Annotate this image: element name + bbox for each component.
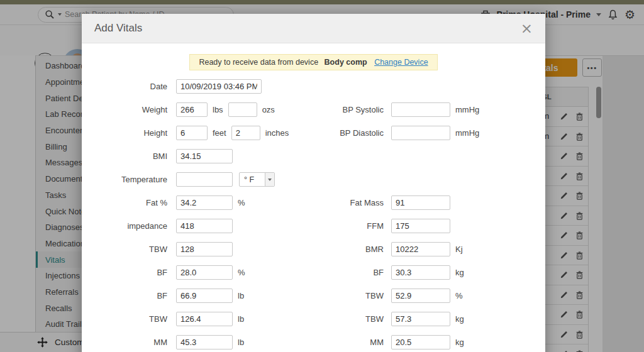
height-inches-input[interactable] bbox=[231, 126, 260, 140]
tbw-lb-label: TBW bbox=[94, 314, 167, 324]
vitals-form: Date Weight lbs ozs BP Systolic mmHg bbox=[82, 79, 545, 349]
device-banner-wrap: Ready to receive data from device Body c… bbox=[82, 54, 545, 70]
modal-header: Add Vitals × bbox=[82, 14, 545, 43]
device-name: Body comp bbox=[325, 58, 367, 67]
unit-label: feet bbox=[213, 128, 226, 138]
change-device-link[interactable]: Change Device bbox=[374, 58, 428, 67]
banner-text: Ready to receive data from device bbox=[199, 58, 318, 67]
mm-lb-mm-kg-row: MM lb MM kg bbox=[82, 335, 545, 349]
tbw-kg-label: TBW bbox=[308, 314, 384, 324]
tbw-bmr-row: TBW BMR Kj bbox=[82, 242, 545, 256]
bf-lb-tbw-percent-row: BF lb TBW % bbox=[82, 289, 545, 303]
unit-label: kg bbox=[455, 314, 464, 324]
modal-title: Add Vitals bbox=[94, 22, 142, 35]
unit-label: % bbox=[238, 268, 245, 277]
temperature-input[interactable] bbox=[176, 172, 233, 187]
bf-percent-bf-kg-row: BF % BF kg bbox=[82, 265, 545, 280]
device-ready-banner: Ready to receive data from device Body c… bbox=[189, 54, 437, 70]
bf-lb-input[interactable] bbox=[176, 289, 233, 303]
bp-systolic-input[interactable] bbox=[391, 102, 450, 117]
bmi-input[interactable] bbox=[176, 149, 233, 163]
mm-kg-input[interactable] bbox=[391, 335, 450, 349]
height-bp-diastolic-row: Height feet inches BP Diastolic mmHg bbox=[82, 126, 545, 140]
bmi-label: BMI bbox=[94, 151, 167, 161]
bf-kg-label: BF bbox=[308, 268, 384, 277]
unit-label: inches bbox=[265, 128, 289, 138]
mm-lb-input[interactable] bbox=[176, 335, 233, 349]
tbw-kg-input[interactable] bbox=[391, 312, 450, 326]
tbw-percent-input[interactable] bbox=[391, 289, 450, 303]
unit-label: lb bbox=[238, 291, 244, 300]
weight-bp-systolic-row: Weight lbs ozs BP Systolic mmHg bbox=[82, 102, 545, 117]
unit-label: kg bbox=[455, 268, 464, 277]
tbw-input[interactable] bbox=[176, 242, 233, 256]
unit-label: % bbox=[455, 291, 463, 300]
tbw-label: TBW bbox=[94, 245, 167, 254]
temperature-unit-select[interactable]: ° F bbox=[239, 172, 275, 187]
bp-systolic-label: BP Systolic bbox=[308, 105, 384, 114]
unit-label: Kj bbox=[455, 245, 463, 254]
unit-label: mmHg bbox=[455, 105, 479, 114]
app-window: Prime Hospital - Prime ⚙ ← + ••• Dashboa… bbox=[0, 0, 644, 352]
unit-label: ozs bbox=[262, 105, 275, 114]
temperature-unit-value: ° F bbox=[240, 173, 265, 186]
bf-kg-input[interactable] bbox=[391, 265, 450, 280]
bp-diastolic-input[interactable] bbox=[391, 126, 450, 140]
bmr-input[interactable] bbox=[391, 242, 450, 256]
fat-mass-input[interactable] bbox=[391, 195, 450, 210]
date-input[interactable] bbox=[176, 79, 262, 94]
tbw-percent-label: TBW bbox=[308, 291, 384, 300]
add-vitals-modal: Add Vitals × Ready to receive data from … bbox=[82, 14, 545, 352]
date-row: Date bbox=[82, 79, 545, 94]
mm-kg-label: MM bbox=[308, 338, 384, 347]
bp-diastolic-label: BP Diastolic bbox=[308, 128, 384, 138]
bmi-row: BMI bbox=[82, 149, 545, 163]
unit-label: lb bbox=[238, 338, 244, 347]
bf-percent-input[interactable] bbox=[176, 265, 233, 280]
select-caret-icon bbox=[268, 179, 272, 181]
unit-label: kg bbox=[455, 338, 464, 347]
unit-label: % bbox=[238, 198, 245, 207]
fat-mass-label: Fat Mass bbox=[308, 198, 384, 207]
ffm-input[interactable] bbox=[391, 219, 450, 233]
tbw-lb-input[interactable] bbox=[176, 312, 233, 326]
unit-label: mmHg bbox=[455, 128, 479, 138]
date-label: Date bbox=[94, 82, 167, 91]
bmr-label: BMR bbox=[308, 245, 384, 254]
unit-label: lbs bbox=[213, 105, 223, 114]
unit-label: lb bbox=[238, 314, 244, 324]
temperature-label: Temperature bbox=[94, 175, 167, 184]
fat-percent-fat-mass-row: Fat % % Fat Mass bbox=[82, 195, 545, 210]
height-label: Height bbox=[94, 128, 167, 138]
weight-lbs-input[interactable] bbox=[176, 102, 208, 117]
bf-lb-label: BF bbox=[94, 291, 167, 300]
weight-label: Weight bbox=[94, 105, 167, 114]
fat-percent-input[interactable] bbox=[176, 195, 233, 210]
impedance-ffm-row: impedance FFM bbox=[82, 219, 545, 233]
impedance-label: impedance bbox=[94, 221, 167, 231]
weight-ozs-input[interactable] bbox=[228, 102, 257, 117]
temperature-row: Temperature ° F bbox=[82, 172, 545, 187]
mm-lb-label: MM bbox=[94, 338, 167, 347]
bf-percent-label: BF bbox=[94, 268, 167, 277]
close-icon[interactable]: × bbox=[521, 21, 533, 36]
impedance-input[interactable] bbox=[176, 219, 233, 233]
tbw-lb-tbw-kg-row: TBW lb TBW kg bbox=[82, 312, 545, 326]
fat-percent-label: Fat % bbox=[94, 198, 167, 207]
height-feet-input[interactable] bbox=[176, 126, 208, 140]
ffm-label: FFM bbox=[308, 221, 384, 231]
